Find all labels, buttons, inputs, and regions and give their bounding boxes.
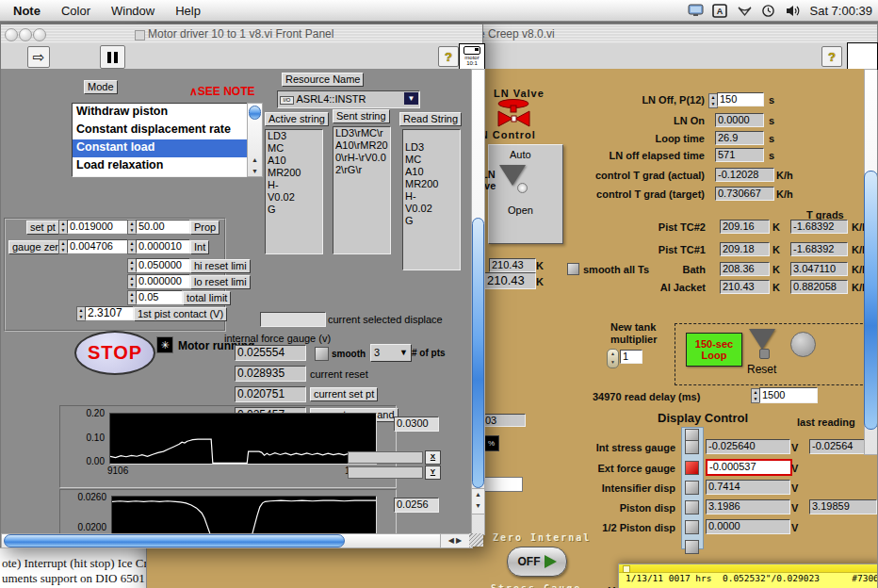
log-close-icon[interactable]: [623, 565, 630, 573]
unit-label: V: [791, 522, 798, 533]
display-icon[interactable]: [688, 4, 704, 18]
graph2-plot[interactable]: [111, 496, 377, 533]
led-indicator[interactable]: [790, 332, 816, 357]
vi-icon[interactable]: motor 10:1: [459, 43, 485, 70]
stress-gauge-off-button[interactable]: OFF: [507, 547, 567, 577]
run-icon: ⇨: [33, 49, 45, 66]
help-button[interactable]: ?: [821, 46, 842, 67]
read-string-box[interactable]: LD3 MC A10 MR200 H- V0.02 G: [402, 129, 461, 270]
menu-clock[interactable]: Sat 7:00:39: [810, 4, 875, 18]
run-button[interactable]: ⇨: [27, 46, 50, 68]
mode-option-selected[interactable]: Constant load: [73, 139, 248, 157]
minimize-button[interactable]: [19, 28, 32, 41]
reset-pointer-icon[interactable]: [749, 329, 775, 350]
ln-row-label: LN off elapsed time: [554, 150, 705, 161]
y-tick: 0.0260: [67, 492, 106, 502]
dc-value-field: 3.1986: [706, 499, 790, 514]
prop-field[interactable]: 50.00: [136, 220, 190, 234]
slider-knob-icon[interactable]: [517, 183, 528, 193]
stop-button-label: STOP: [88, 342, 142, 364]
num-pts-label: # of pts: [412, 348, 446, 358]
stop-button[interactable]: STOP: [74, 331, 155, 375]
vscrollbar-thumb[interactable]: [864, 171, 877, 430]
smooth-toggle[interactable]: [315, 347, 329, 361]
airport-icon[interactable]: [737, 4, 753, 18]
mode-scroll-thumb[interactable]: [249, 106, 261, 120]
partial-white-field[interactable]: [482, 477, 523, 492]
resize-grip[interactable]: [469, 533, 483, 547]
y-scale-lock-icon[interactable]: Y: [425, 466, 441, 480]
tank-multiplier-field[interactable]: 1: [620, 350, 642, 364]
display-toggle[interactable]: [685, 481, 699, 495]
display-toggle-active[interactable]: [685, 461, 699, 475]
ln-control-slider[interactable]: Auto Open LN lve: [488, 144, 563, 244]
read-delay-field[interactable]: 1500: [759, 387, 818, 403]
graph2-cursor-field[interactable]: 0.0256: [394, 498, 439, 513]
display-control-header: Display Control: [658, 411, 748, 425]
resource-name-label: Resource Name: [282, 73, 364, 87]
unit-label: s: [769, 150, 774, 161]
menu-window[interactable]: Window: [101, 4, 165, 18]
percent-icon[interactable]: %: [483, 435, 499, 451]
gauge-zero-field[interactable]: 0.004706: [67, 239, 129, 253]
ln-row-label: control T grad (actual): [554, 170, 705, 181]
active-string-box[interactable]: LD3 MC A10 MR200 H- V0.02 G: [265, 129, 323, 254]
pist-contact-field[interactable]: 2.3107: [85, 306, 134, 320]
unit-label: K: [536, 260, 544, 271]
ln-off-field[interactable]: 150: [717, 92, 764, 106]
lo-reset-field[interactable]: 0.000000: [136, 274, 190, 288]
display-toggle[interactable]: [685, 520, 699, 534]
scroll-up-icon[interactable]: ▲: [248, 156, 262, 163]
time-machine-icon[interactable]: [761, 4, 777, 18]
menu-color[interactable]: Color: [51, 4, 101, 18]
mode-option[interactable]: Load relaxation: [73, 157, 248, 175]
mode-list-scrollbar[interactable]: ▲ ▼: [247, 103, 263, 177]
vscrollbar-thumb[interactable]: [472, 218, 484, 488]
int-field[interactable]: 0.000010: [136, 239, 190, 253]
vi-icon-box[interactable]: [847, 42, 878, 70]
help-button[interactable]: ?: [438, 46, 459, 67]
partial-saved-field: 210.43: [489, 258, 536, 272]
visa-io-icon: I/O: [280, 96, 294, 105]
hscroll-arrows[interactable]: ◀ ▶: [440, 533, 470, 548]
num-pts-dropdown[interactable]: 3 ▼: [370, 344, 412, 362]
current-selected-field[interactable]: [260, 312, 326, 327]
loop-time-field: 26.9: [715, 131, 764, 145]
display-toggle[interactable]: [685, 540, 699, 554]
scroll-down-icon[interactable]: ▼: [248, 168, 262, 174]
close-button[interactable]: [5, 28, 18, 41]
graph1-plot[interactable]: [109, 413, 377, 465]
graph1-y-scale-field[interactable]: [348, 466, 423, 479]
menu-help[interactable]: Help: [165, 4, 211, 18]
y-tick: 0.20: [74, 408, 105, 418]
sent-string-box[interactable]: LD3\rMC\rA10\rMR200\rH-\rV0.02\rG\r: [333, 126, 391, 254]
read-delay-label: 34970 read delay (ms): [593, 391, 700, 402]
volume-icon[interactable]: [786, 4, 802, 18]
menu-note[interactable]: Note: [0, 4, 51, 18]
display-toggle[interactable]: [685, 440, 699, 454]
vscroll-arrows[interactable]: ▲▼: [471, 488, 485, 514]
loop-150sec-button[interactable]: 150-sec Loop: [686, 333, 742, 367]
x-scale-lock-icon[interactable]: X: [425, 450, 441, 465]
hscrollbar-thumb[interactable]: [4, 534, 345, 547]
hi-reset-field[interactable]: 0.050000: [136, 258, 190, 272]
character-palette-icon[interactable]: A: [712, 4, 728, 18]
motor-running-toggle[interactable]: ✳: [156, 336, 173, 353]
dropdown-arrow-icon[interactable]: ▼: [404, 92, 418, 105]
display-toggle[interactable]: [685, 500, 699, 514]
tank-multiplier-spinner[interactable]: ▲▼: [607, 349, 619, 368]
resource-value: ASRL4::INSTR: [296, 93, 366, 105]
mode-option[interactable]: Withdraw piston: [73, 104, 248, 122]
graph1-cursor-field[interactable]: 0.0300: [394, 416, 439, 432]
zoom-button[interactable]: [33, 28, 46, 41]
log-window-titlebar[interactable]: [619, 564, 877, 573]
smooth-all-ts-label: smooth all Ts: [583, 264, 649, 275]
set-pt-field[interactable]: 0.019000: [67, 220, 129, 234]
graph1-x-scale-field[interactable]: [348, 451, 423, 464]
smooth-all-ts-toggle[interactable]: [567, 263, 579, 275]
total-limit-field[interactable]: 0.05: [136, 290, 183, 304]
pause-button[interactable]: [100, 45, 125, 69]
mode-option[interactable]: Constant displacement rate: [73, 122, 248, 139]
reset-knob-icon[interactable]: [759, 349, 770, 359]
resource-combo[interactable]: I/O ASRL4::INSTR ▼: [277, 90, 420, 108]
